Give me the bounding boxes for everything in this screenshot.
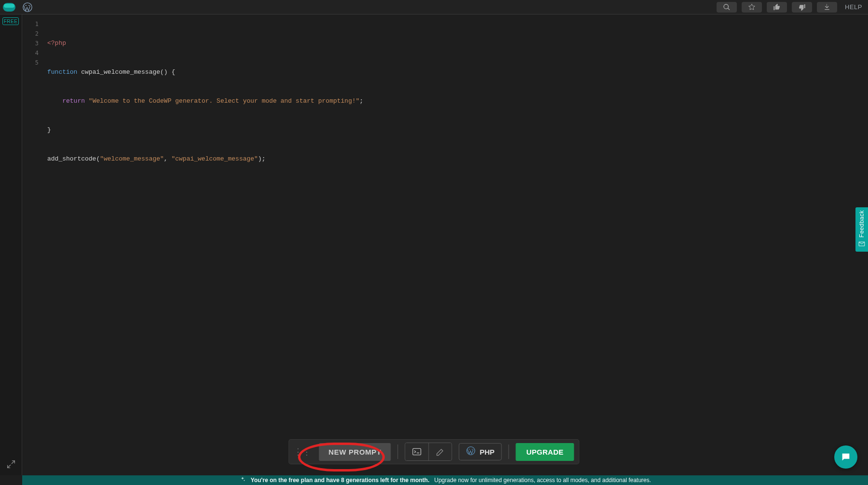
code-token: ; [360, 97, 364, 105]
new-prompt-button[interactable]: NEW PROMPT [319, 443, 391, 461]
thumbs-down-button[interactable] [792, 2, 812, 13]
drag-handle-icon[interactable]: ⋮⋮ [294, 450, 311, 454]
code-token: return [62, 97, 85, 105]
terminal-mode-button[interactable] [406, 443, 429, 460]
language-mode-selector[interactable]: PHP [459, 443, 502, 460]
code-token: } [47, 126, 51, 134]
edit-mode-button[interactable] [429, 443, 452, 460]
line-number: 1 [22, 19, 44, 29]
wordpress-icon[interactable] [22, 2, 33, 13]
banner-upgrade-text[interactable]: Upgrade now for unlimited generations, a… [434, 477, 651, 484]
code-token: "cwpai_welcome_message" [171, 155, 258, 162]
code-token: <?php [47, 40, 66, 47]
banner-status-text: You're on the free plan and have 8 gener… [251, 477, 430, 484]
code-token: "Welcome to the CodeWP generator. Select… [89, 97, 360, 105]
favorite-button[interactable] [742, 2, 762, 13]
upgrade-button[interactable]: UPGRADE [516, 443, 574, 461]
code-token: function [47, 68, 77, 76]
code-token: add_shortcode( [47, 155, 100, 162]
line-number: 5 [22, 58, 44, 67]
left-rail: FREE [0, 14, 22, 475]
code-token: ); [258, 155, 266, 162]
code-token: cwpai_welcome_message() { [77, 68, 175, 76]
chat-button[interactable] [834, 445, 857, 469]
code-token: "welcome_message" [100, 155, 164, 162]
language-mode-label: PHP [480, 448, 495, 456]
mail-icon [858, 241, 865, 249]
code-token [47, 97, 62, 105]
line-number: 3 [22, 39, 44, 48]
search-button[interactable] [717, 2, 737, 13]
feedback-tab[interactable]: Feedback [855, 207, 868, 252]
line-number-gutter: 1 2 3 4 5 [22, 14, 44, 475]
download-button[interactable] [817, 2, 837, 13]
line-number: 4 [22, 48, 44, 58]
divider [509, 445, 509, 459]
top-bar: HELP [0, 0, 868, 14]
sparkle-icon [239, 476, 246, 485]
code-editor[interactable]: 1 2 3 4 5 <?php function cwpai_welcome_m… [22, 14, 868, 475]
feedback-label: Feedback [858, 210, 865, 238]
line-number: 2 [22, 29, 44, 39]
plan-badge: FREE [2, 17, 19, 25]
code-area[interactable]: <?php function cwpai_welcome_message() {… [44, 14, 868, 475]
fullscreen-toggle-icon[interactable] [6, 459, 16, 472]
code-token [85, 97, 89, 105]
thumbs-up-button[interactable] [767, 2, 787, 13]
help-link[interactable]: HELP [842, 3, 865, 11]
brand-logo-icon[interactable] [3, 3, 15, 12]
svg-rect-1 [413, 448, 421, 455]
code-token: , [164, 155, 172, 162]
prompt-toolbar: ⋮⋮ NEW PROMPT PHP UPGRADE [289, 440, 579, 464]
plan-banner: You're on the free plan and have 8 gener… [22, 475, 868, 485]
view-mode-group [405, 443, 452, 461]
wordpress-icon [466, 446, 476, 458]
divider [398, 445, 398, 459]
